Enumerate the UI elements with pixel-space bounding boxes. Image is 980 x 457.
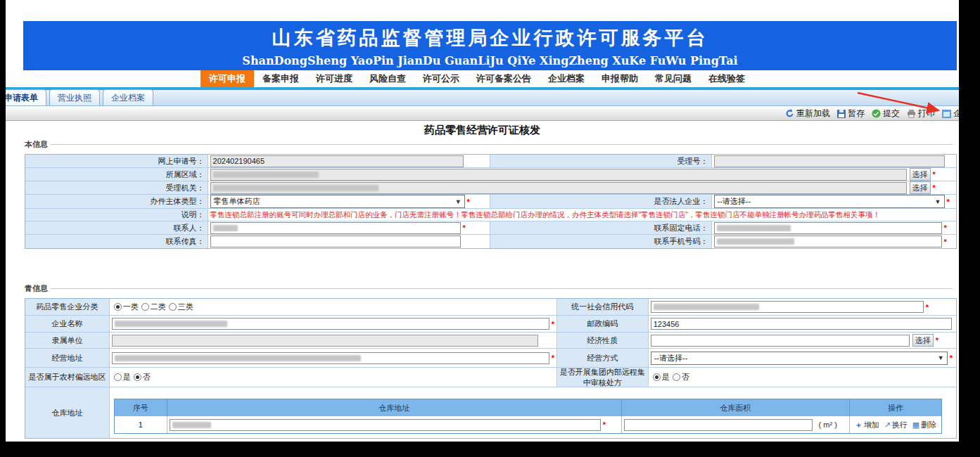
agency-select-button[interactable]: 选择 (910, 181, 931, 194)
grid-delete-icon: ▦ (912, 421, 919, 429)
nav-item-publicity[interactable]: 许可公示 (414, 70, 468, 87)
tab-business-license[interactable]: 营业执照 (49, 89, 100, 105)
radio-class-1[interactable]: 一类 (112, 302, 139, 312)
reload-icon (785, 109, 794, 118)
warehouse-table: 序号 仓库地址 仓库面积 操作 1 * ( m² ) ＋增加 ↗换行 ▦删除 (114, 399, 942, 434)
basic-section-legend: 本信息 (25, 139, 51, 150)
radio-icon (169, 303, 177, 311)
business-mode-select[interactable]: --请选择--▼ (651, 352, 948, 365)
online-apply-no-label: 网上申请号： (158, 156, 205, 167)
remote-review-label: 是否开展集团内部远程集中审核处方 (559, 368, 647, 387)
radio-remote-no[interactable]: 否 (670, 372, 689, 382)
check-circle-icon (872, 109, 881, 118)
submit-button[interactable]: 提交 (872, 108, 900, 120)
region-input[interactable] (210, 169, 907, 181)
warehouse-address-input[interactable] (170, 419, 601, 431)
phone-label: 联系固定电话： (654, 223, 708, 233)
radio-icon (141, 303, 149, 311)
economic-nature-label: 经济性质 (587, 335, 618, 346)
accept-no-input[interactable] (714, 155, 945, 167)
print-button[interactable]: 打印 (907, 108, 935, 120)
required-star: * (467, 198, 470, 206)
required-star: * (936, 336, 938, 345)
nav-item-record-notice[interactable]: 许可备案公告 (468, 70, 540, 87)
warehouse-area-input[interactable] (624, 419, 813, 431)
economic-select-button[interactable]: 选择 (912, 334, 934, 347)
row-no: 1 (139, 420, 143, 429)
credit-code-input[interactable] (651, 301, 924, 313)
reload-button[interactable]: 重新加载 (785, 108, 830, 120)
radio-class-3[interactable]: 三类 (167, 302, 193, 312)
add-row-button[interactable]: ＋增加 (855, 420, 879, 430)
redacted-value (717, 225, 791, 231)
site-banner: 山东省药品监督管理局企业行政许可服务平台 ShanDongSheng YaoPi… (23, 21, 957, 70)
tab-apply-form[interactable]: 申请表单 (6, 89, 46, 105)
save-draft-button[interactable]: 暂存 (837, 108, 865, 120)
contact-input[interactable] (210, 222, 461, 234)
nav-item-record-apply[interactable]: 备案申报 (254, 70, 307, 87)
note-label: 说明： (182, 210, 205, 220)
warehouse-data-row: 1 * ( m² ) ＋增加 ↗换行 ▦删除 (115, 416, 941, 433)
mobile-input[interactable] (714, 236, 942, 247)
chevron-down-icon: ▼ (935, 198, 941, 205)
agency-input[interactable] (210, 182, 907, 194)
nav-item-faq[interactable]: 常见问题 (647, 70, 700, 87)
phone-input[interactable] (714, 222, 942, 234)
move-row-button[interactable]: ↗换行 (884, 420, 908, 430)
printer-icon (907, 110, 916, 118)
legal-entity-select[interactable]: --请选择--▼ (714, 195, 945, 208)
redacted-value (213, 225, 238, 231)
form-row: 联系人： * 联系固定电话： * (25, 221, 956, 235)
tab-enterprise-archive[interactable]: 企业档案 (103, 89, 153, 105)
section-rule (48, 144, 953, 145)
screenshot-canvas: 山东省药品监督管理局企业行政许可服务平台 ShanDongSheng YaoPi… (0, 0, 980, 457)
online-apply-no-input[interactable]: 202402190465 (210, 155, 464, 167)
redacted-value (213, 172, 319, 178)
form-row: 经营地址 * 经营方式 --请选择--▼* (25, 349, 956, 368)
arrow-up-right-icon: ↗ (884, 421, 891, 429)
company-name-input[interactable] (112, 318, 549, 330)
redacted-value (115, 355, 361, 361)
radio-remote-yes[interactable]: 是 (651, 372, 670, 382)
subject-type-select[interactable]: 零售单体药店▼ (210, 195, 465, 208)
redacted-value (213, 185, 378, 191)
parent-unit-input[interactable] (112, 335, 538, 347)
area-unit: ( m² ) (819, 420, 837, 429)
col-ops: 操作 (888, 403, 903, 413)
business-mode-label: 经营方式 (587, 353, 618, 363)
main-nav: 许可申报 备案申报 许可进度 风险自查 许可公示 许可备案公告 企业档案 申报帮… (6, 70, 959, 87)
nav-item-risk-check[interactable]: 风险自查 (361, 70, 414, 87)
section-rule (48, 288, 953, 289)
enterprise-button[interactable]: 企业 (942, 108, 959, 120)
fax-label: 联系传真： (166, 236, 205, 247)
form-row: 企业名称 * 邮政编码 123456 (25, 316, 956, 333)
nav-item-license-apply[interactable]: 许可申报 (201, 70, 254, 87)
radio-rural-no[interactable]: 否 (132, 372, 151, 382)
form-row: 所属区域： 选择* (25, 168, 956, 181)
nav-item-help[interactable]: 申报帮助 (593, 70, 647, 87)
nav-item-archives[interactable]: 企业档案 (540, 70, 593, 87)
fax-input[interactable] (210, 236, 461, 247)
form-title: 药品零售经营许可证核发 (6, 124, 959, 137)
rural-area-label: 是否属于农村偏远地区 (28, 372, 106, 382)
chevron-down-icon: ▼ (938, 354, 944, 361)
form-row: 说明： 零售连锁总部注册的账号可同时办理总部和门店的业务，门店无需注册账号！零售… (25, 209, 956, 221)
floppy-icon (837, 110, 846, 118)
radio-rural-yes[interactable]: 是 (112, 372, 131, 382)
nav-item-online-verify[interactable]: 在线验签 (700, 70, 753, 87)
radio-class-2[interactable]: 二类 (139, 302, 166, 312)
form-row: 仓库地址 序号 仓库地址 仓库面积 操作 1 * ( m² ) ＋增加 (25, 387, 956, 438)
redacted-value (172, 422, 211, 428)
note-text: 零售连锁总部注册的账号可同时办理总部和门店的业务，门店无需注册账号！零售连锁总部… (210, 210, 880, 220)
contact-label: 联系人： (174, 223, 205, 233)
form-row: 是否属于农村偏远地区 是 否 是否开展集团内部远程集中审核处方 是 否 (25, 368, 956, 387)
business-address-input[interactable] (112, 352, 549, 364)
required-star: * (947, 198, 950, 206)
postcode-input[interactable]: 123456 (651, 318, 952, 330)
nav-item-progress[interactable]: 许可进度 (307, 70, 361, 87)
region-select-button[interactable]: 选择 (910, 168, 931, 181)
economic-nature-input[interactable] (651, 335, 910, 347)
warehouse-label: 仓库地址 (51, 408, 82, 418)
apply-info-table: 药品零售企业分类 一类 二类 三类 统一社会信用代码 * 企业名称 * 邮政编码… (25, 298, 957, 439)
delete-row-button[interactable]: ▦删除 (912, 420, 936, 430)
